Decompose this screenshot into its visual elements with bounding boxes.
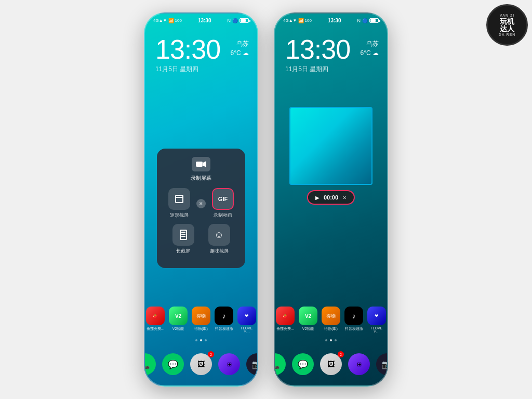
status-bar-left: 4G▲▼ 📶 100 13:30 N 🔵 [145, 14, 257, 25]
gallery-badge: 2 [208, 351, 214, 357]
dock-camera-icon-r: 📷 [376, 353, 388, 375]
status-time-right: 13:30 [328, 18, 341, 23]
fun-screenshot-label: 趣味截屏 [210, 248, 229, 255]
app-item-tiktok-r[interactable]: ♪ 抖音极速版 [344, 307, 363, 334]
tiktok-icon: ♪ [215, 307, 233, 325]
tiktok-label: 抖音极速版 [215, 326, 233, 331]
status-left: 4G▲▼ 📶 100 [153, 18, 182, 23]
svg-rect-0 [196, 162, 203, 167]
app-item-ilove-r[interactable]: ❤ I LOVE Y… [367, 307, 386, 334]
app-item-dewo[interactable]: 得物 得物(毒) [192, 307, 210, 334]
status-bar-right: 4G▲▼ 📶 100 13:30 N 🔵 [275, 14, 387, 25]
signal-bars: 100 [175, 18, 182, 23]
app-item-dewo-r[interactable]: 得物 得物(毒) [322, 307, 340, 334]
dot-2 [200, 339, 202, 341]
status-right-left: N 🔵 [227, 18, 249, 23]
dock-camera-wrap[interactable]: 📷 [246, 353, 258, 375]
ilove-icon: ❤ [237, 307, 256, 325]
dock-phone-icon-r: 📞 [274, 353, 286, 375]
dock-camera-icon: 📷 [246, 353, 258, 375]
status-time-left: 13:30 [198, 18, 211, 23]
rect-screenshot-label: 矩形截屏 [170, 212, 189, 219]
weather-city-left: 乌苏 [231, 39, 249, 48]
weather-right: 乌苏 6°C ☁ [361, 39, 379, 57]
battery-icon-right [369, 18, 379, 23]
menu-row-2: 长截屏 ☺ 趣味截屏 [165, 224, 237, 255]
fangqie-icon-r: 🍅 [276, 307, 295, 325]
dock-wechat-icon-r: 💬 [292, 353, 314, 375]
dewo-label: 得物(毒) [194, 326, 208, 331]
dot-3 [205, 339, 207, 341]
app-item-fangqie-r[interactable]: 🍅 番茄免费… [276, 307, 295, 334]
record-icon [192, 157, 210, 171]
close-playback-button[interactable]: ✕ [342, 195, 347, 201]
phones-container: 4G▲▼ 📶 100 13:30 N 🔵 13:30 11月5日 星期四 乌苏 … [0, 0, 532, 399]
dock-phone-wrap[interactable]: 📞 [144, 353, 156, 375]
weather-temp-left: 6°C ☁ [231, 49, 249, 57]
dock-wechat-wrap-r[interactable]: 💬 [292, 353, 314, 375]
v2-icon-r: V2 [299, 307, 317, 325]
menu-item-gif[interactable]: GIF 录制动画 [212, 188, 234, 219]
bluetooth-icon-r: N [357, 18, 361, 23]
dock-gallery-wrap[interactable]: 🖼 2 [190, 353, 212, 375]
weather-city-right: 乌苏 [361, 39, 379, 48]
dock-camera-wrap-r[interactable]: 📷 [376, 353, 388, 375]
phone-left: 4G▲▼ 📶 100 13:30 N 🔵 13:30 11月5日 星期四 乌苏 … [144, 12, 258, 387]
dock-multi-wrap-r[interactable]: ⊞ [348, 353, 370, 375]
phone-right: 4G▲▼ 📶 100 13:30 N 🔵 13:30 11月5日 星期四 乌苏 … [274, 12, 388, 387]
bt-icon: 🔵 [232, 18, 238, 23]
status-left-right: 4G▲▼ 📶 100 [283, 18, 312, 23]
fangqie-icon: 🍅 [146, 307, 165, 325]
app-row-right: 🍅 番茄免费… V2 V2智能 得物 得物(毒) ♪ 抖音极速版 ❤ I LOV… [275, 307, 387, 334]
app-item-tiktok[interactable]: ♪ 抖音极速版 [215, 307, 233, 334]
tiktok-icon-r: ♪ [344, 307, 363, 325]
menu-record-screen[interactable]: 录制屏幕 [165, 157, 237, 182]
long-screenshot-label: 长截屏 [176, 248, 190, 255]
status-right-right: N 🔵 [357, 18, 379, 23]
record-screen-label: 录制屏幕 [191, 175, 211, 182]
gallery-badge-r: 2 [338, 351, 344, 357]
dewo-icon-r: 得物 [322, 307, 340, 325]
app-row-left: 🍅 番茄免费… V2 V2智能 得物 得物(毒) ♪ 抖音极速版 ❤ I LOV… [145, 307, 257, 334]
menu-item-fun[interactable]: ☺ 趣味截屏 [208, 224, 230, 255]
bt-icon-r: 🔵 [362, 18, 368, 23]
ilove-icon-r: ❤ [367, 307, 386, 325]
tiktok-label-r: 抖音极速版 [345, 326, 363, 331]
page-dots-right [275, 339, 387, 341]
app-item-v2-r[interactable]: V2 V2智能 [299, 307, 317, 334]
signal-icon: 4G▲▼ [153, 18, 167, 23]
fun-screenshot-icon: ☺ [208, 224, 230, 246]
close-button[interactable]: ✕ [196, 199, 206, 208]
play-button[interactable]: ▶ [315, 195, 320, 201]
dot-1 [195, 339, 197, 341]
dock-phone-icon: 📞 [144, 353, 156, 375]
long-screenshot-icon [172, 224, 194, 246]
app-item-v2[interactable]: V2 V2智能 [169, 307, 188, 334]
dock-multi-icon: ⊞ [218, 353, 240, 375]
dock-left: 📞 💬 🖼 2 ⊞ 📷 [145, 353, 257, 375]
dock-gallery-wrap-r[interactable]: 🖼 2 [320, 353, 342, 375]
dock-wechat-icon: 💬 [162, 353, 184, 375]
gif-record-label: 录制动画 [214, 212, 232, 219]
gif-record-icon: GIF [212, 188, 234, 210]
wifi-icon-r: 📶 [298, 18, 304, 23]
app-item-fangqie[interactable]: 🍅 番茄免费… [146, 307, 165, 334]
fangqie-label-r: 番茄免费… [276, 326, 295, 331]
clock-date-left: 11月5日 星期四 [155, 65, 247, 74]
dock-wechat-wrap[interactable]: 💬 [162, 353, 184, 375]
playback-bar[interactable]: ▶ 00:00 ✕ [307, 190, 355, 205]
menu-row-1: 矩形截屏 ✕ GIF 录制动画 [165, 188, 237, 219]
svg-rect-2 [176, 195, 183, 203]
dock-multi-wrap[interactable]: ⊞ [218, 353, 240, 375]
menu-item-rect[interactable]: 矩形截屏 [168, 188, 190, 219]
dot-r-2 [330, 339, 332, 341]
signal-bars-r: 100 [305, 18, 312, 23]
dock-right: 📞 💬 🖼 2 ⊞ 📷 [275, 353, 387, 375]
menu-item-long[interactable]: 长截屏 [172, 224, 194, 255]
dock-phone-wrap-r[interactable]: 📞 [274, 353, 286, 375]
fangqie-label: 番茄免费… [147, 326, 165, 331]
dot-r-3 [335, 339, 337, 341]
app-item-ilove[interactable]: ❤ I LOVE Y… [237, 307, 256, 334]
v2-label-r: V2智能 [302, 326, 314, 331]
screenshot-menu[interactable]: 录制屏幕 矩形截屏 ✕ GIF [157, 149, 245, 268]
